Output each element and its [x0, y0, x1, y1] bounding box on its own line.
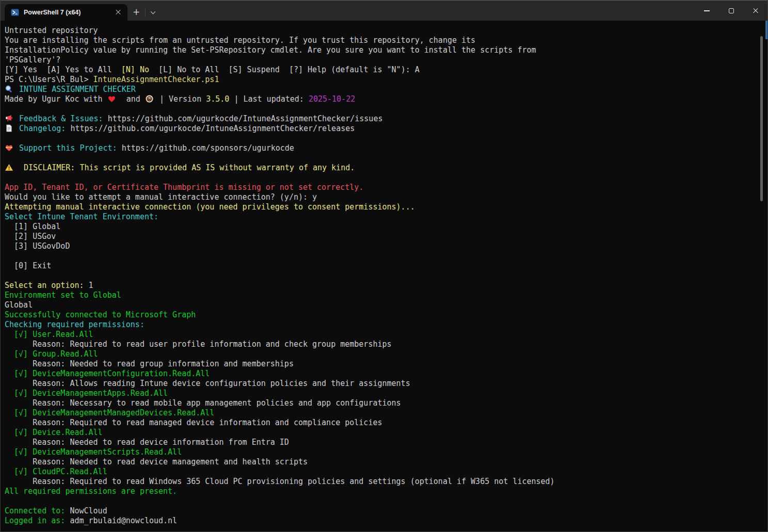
tab-title: PowerShell 7 (x64)	[24, 9, 114, 16]
terminal-line: [√] DeviceManagementConfiguration.Read.A…	[5, 369, 758, 379]
document-icon	[5, 124, 14, 133]
text-segment: Select an option:	[5, 281, 89, 290]
terminal-line: [√] DeviceManagementScripts.Read.All	[5, 447, 758, 457]
text-segment: [√] User.Read.All	[5, 330, 93, 339]
terminal-line: [√] DeviceManagementManagedDevices.Read.…	[5, 408, 758, 418]
text-segment: Reason: Needed to read device management…	[5, 457, 308, 466]
terminal-line: Untrusted repository	[5, 26, 758, 36]
terminal-line: Reason: Required to read Windows 365 Clo…	[5, 477, 758, 487]
scrollbar-thumb[interactable]	[760, 36, 763, 201]
text-segment: Reason: Needed to read device informatio…	[5, 438, 289, 447]
powershell-icon	[11, 8, 19, 17]
text-segment: Reason: Allows reading Intune device con…	[5, 379, 410, 388]
terminal-line: [√] Group.Read.All	[5, 349, 758, 359]
text-segment: [0] Exit	[5, 261, 51, 270]
text-segment: Environment set to Global	[5, 291, 121, 300]
text-segment: App ID, Tenant ID, or Certificate Thumbp…	[5, 183, 363, 192]
text-segment: 2025-10-22	[309, 94, 355, 104]
terminal-line: [3] USGovDoD	[5, 241, 758, 251]
text-segment: adm_rbulaid@nowcloud.nl	[70, 516, 177, 525]
terminal-line: Checking required permissions:	[5, 320, 758, 330]
text-segment: INTUNE ASSIGNMENT CHECKER	[14, 85, 136, 94]
text-segment: Changelog:	[14, 124, 70, 133]
text-segment: DISCLAIMER: This script is provided AS I…	[14, 163, 355, 172]
megaphone-icon	[5, 114, 14, 123]
text-segment: [Y] Yes [A] Yes to All	[5, 65, 121, 74]
terminal-line	[5, 134, 758, 143]
minimize-button[interactable]	[695, 1, 719, 21]
terminal-line: Support this Project: https://github.com…	[5, 143, 758, 153]
terminal-line: Reason: Needed to read group information…	[5, 359, 758, 369]
maximize-icon	[729, 8, 734, 13]
tab-powershell[interactable]: PowerShell 7 (x64)	[5, 4, 127, 21]
terminal-line: Reason: Required to read user profile in…	[5, 340, 758, 349]
terminal-line: Select Intune Tenant Environment:	[5, 212, 758, 222]
text-segment: [√] Group.Read.All	[5, 349, 98, 359]
terminal-line: Made by Ugur Koc with and | Version 3.5.…	[5, 94, 758, 104]
terminal-line: Environment set to Global	[5, 291, 758, 300]
terminal-line	[5, 173, 758, 183]
tab-close-icon[interactable]	[114, 8, 122, 17]
terminal-line: App ID, Tenant ID, or Certificate Thumbp…	[5, 183, 758, 192]
terminal-output[interactable]: Untrusted repositoryYou are installing t…	[1, 21, 767, 531]
terminal-line: [√] User.Read.All	[5, 330, 758, 340]
text-segment: Global	[5, 300, 33, 310]
terminal-line: InstallationPolicy value by running the …	[5, 45, 758, 55]
warning-icon	[5, 163, 14, 172]
text-segment: [√] DeviceManagementApps.Read.All	[5, 389, 168, 398]
terminal-line: All required permissions are present.	[5, 487, 758, 496]
maximize-button[interactable]	[719, 1, 743, 21]
terminal-line: [Y] Yes [A] Yes to All [N] No [L] No to …	[5, 65, 758, 75]
text-segment: You are installing the scripts from an u…	[5, 36, 475, 45]
terminal-line: [√] Device.Read.All	[5, 428, 758, 438]
text-segment: and	[117, 94, 145, 104]
text-segment: Reason: Needed to read group information…	[5, 359, 294, 368]
terminal-line: Attempting manual interactive connection…	[5, 202, 758, 212]
terminal-line: Global	[5, 300, 758, 310]
terminal-line: Select an option: 1	[5, 281, 758, 291]
text-segment: | Last updated:	[229, 94, 309, 104]
text-segment: https://github.com/sponsors/ugurkocde	[122, 143, 294, 153]
scrollbar-mark	[765, 21, 767, 39]
text-segment: NowCloud	[70, 506, 107, 515]
chevron-down-icon	[151, 9, 156, 14]
terminal-line: Reason: Allows reading Intune device con…	[5, 379, 758, 389]
terminal-line: Would you like to attempt a manual inter…	[5, 192, 758, 202]
text-segment: InstallationPolicy value by running the …	[5, 45, 536, 55]
text-segment: | Version	[155, 94, 206, 104]
close-button[interactable]	[743, 1, 767, 21]
terminal-line: [1] Global	[5, 222, 758, 232]
minimize-icon	[704, 10, 710, 11]
terminal-line: Feedback & Issues: https://github.com/ug…	[5, 114, 758, 124]
text-segment: 3.5.0	[206, 94, 229, 104]
new-tab-button[interactable]: +	[127, 4, 145, 21]
text-segment: Connected to:	[5, 506, 70, 515]
title-bar[interactable]: PowerShell 7 (x64) +	[1, 0, 767, 21]
terminal-line: [0] Exit	[5, 261, 758, 271]
text-segment: Made by Ugur Koc with	[5, 94, 107, 104]
heart-icon	[107, 94, 117, 103]
text-segment: [N] No	[121, 65, 149, 74]
text-segment: Would you like to attempt a manual inter…	[5, 192, 317, 202]
text-segment: Checking required permissions:	[5, 320, 145, 329]
text-segment: PS C:\Users\R_Bul>	[5, 75, 93, 84]
terminal-line: Changelog: https://github.com/ugurkocde/…	[5, 124, 758, 134]
terminal-line: [2] USGov	[5, 232, 758, 241]
terminal-line: Reason: Needed to read device management…	[5, 457, 758, 467]
text-segment: [√] Device.Read.All	[5, 428, 103, 437]
terminal-line: You are installing the scripts from an u…	[5, 36, 758, 45]
terminal-line: Reason: Needed to read device informatio…	[5, 438, 758, 447]
terminal-line: Reason: Required to read managed device …	[5, 418, 758, 428]
text-segment: Select Intune Tenant Environment:	[5, 212, 158, 221]
text-segment: [√] DeviceManagementManagedDevices.Read.…	[5, 408, 214, 417]
terminal-line: Logged in as: adm_rbulaid@nowcloud.nl	[5, 516, 758, 526]
text-segment: IntuneAssignmentChecker.ps1	[93, 75, 219, 84]
terminal-line	[5, 104, 758, 114]
search-icon	[5, 85, 14, 93]
text-segment: [√] CloudPC.Read.All	[5, 467, 107, 476]
terminal-line: Connected to: NowCloud	[5, 506, 758, 516]
text-segment: 'PSGallery'?	[5, 55, 60, 65]
tab-dropdown-button[interactable]	[146, 4, 161, 21]
gift-heart-icon	[5, 143, 14, 152]
text-segment: Attempting manual interactive connection…	[5, 202, 415, 212]
